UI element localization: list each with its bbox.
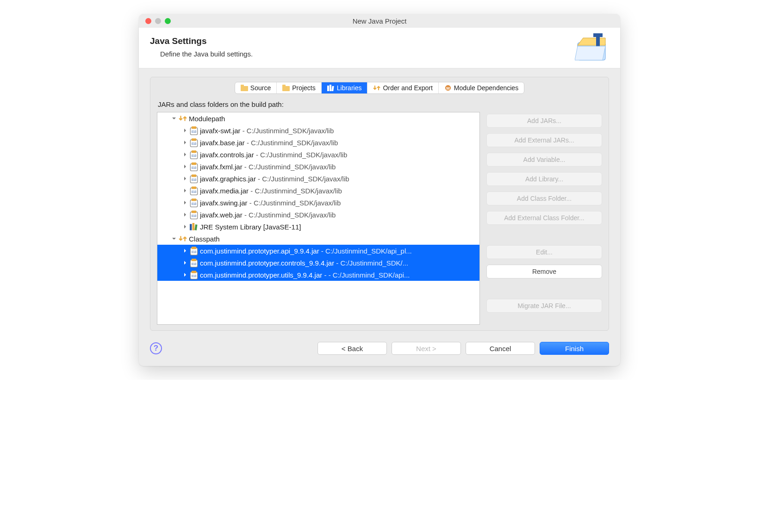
tree-group-modulepath[interactable]: Modulepath [157, 112, 479, 124]
jar-icon: 010 [190, 151, 198, 158]
content-area: Source Projects Libraries [139, 68, 620, 333]
tree-item-jar[interactable]: 010 javafx.web.jar - C:/Justinmind_SDK/j… [157, 209, 479, 221]
side-button-column: Add JARs... Add External JARs... Add Var… [486, 112, 602, 325]
add-variable-button[interactable]: Add Variable... [486, 153, 602, 167]
cancel-button[interactable]: Cancel [466, 342, 535, 355]
wizard-footer: ? < Back Next > Cancel Finish [139, 333, 620, 366]
jar-icon: 010 [190, 211, 198, 218]
tree-item-jar[interactable]: 010 com.justinmind.prototyper.api_9.9.4.… [157, 245, 479, 257]
finish-button[interactable]: Finish [540, 342, 609, 355]
edit-button[interactable]: Edit... [486, 245, 602, 259]
chevron-right-icon[interactable] [182, 152, 188, 157]
help-icon[interactable]: ? [150, 342, 162, 354]
chevron-right-icon[interactable] [182, 176, 188, 181]
tree-item-jar[interactable]: 010 javafx.base.jar - C:/Justinmind_SDK/… [157, 136, 479, 148]
remove-button[interactable]: Remove [486, 265, 602, 278]
svg-rect-38 [194, 224, 197, 230]
chevron-right-icon[interactable] [182, 128, 188, 133]
svg-text:010: 010 [192, 274, 197, 278]
jar-icon: 010 [190, 127, 198, 134]
svg-rect-9 [331, 86, 334, 91]
tab-projects[interactable]: Projects [277, 82, 322, 93]
jar-icon: 010 [190, 187, 198, 194]
svg-rect-3 [241, 86, 248, 91]
svg-text:010: 010 [192, 202, 197, 205]
tree-item-jar[interactable]: 010 com.justinmind.prototyper.utils_9.9.… [157, 269, 479, 281]
add-class-folder-button[interactable]: Add Class Folder... [486, 192, 602, 205]
chevron-right-icon[interactable] [182, 260, 188, 266]
svg-rect-31 [192, 198, 196, 201]
tab-bar: Source Projects Libraries [150, 77, 609, 94]
svg-rect-4 [241, 85, 244, 87]
chevron-down-icon[interactable] [171, 236, 177, 241]
chevron-right-icon[interactable] [182, 140, 188, 145]
migrate-jar-button[interactable]: Migrate JAR File... [486, 299, 602, 313]
jar-icon: 010 [190, 139, 198, 146]
tab-source[interactable]: Source [235, 82, 277, 93]
library-books-icon [190, 223, 198, 230]
svg-text:010: 010 [192, 142, 197, 145]
chevron-right-icon[interactable] [182, 224, 188, 229]
inner-panel: Source Projects Libraries [150, 77, 609, 331]
svg-rect-34 [192, 210, 196, 213]
module-icon: M [444, 85, 452, 91]
tab-module-dependencies[interactable]: M Module Dependencies [439, 82, 524, 93]
jar-icon: 010 [190, 271, 198, 278]
add-external-jars-button[interactable]: Add External JARs... [486, 133, 602, 147]
jar-icon: 010 [190, 163, 198, 170]
libraries-icon [327, 85, 335, 91]
add-external-class-folder-button[interactable]: Add External Class Folder... [486, 211, 602, 225]
chevron-right-icon[interactable] [182, 272, 188, 278]
svg-rect-7 [327, 86, 329, 91]
modulepath-icon [179, 115, 187, 122]
tab-libraries[interactable]: Libraries [322, 82, 368, 93]
svg-text:010: 010 [192, 130, 197, 133]
dialog-window: New Java Project Java Settings Define th… [139, 14, 620, 366]
svg-text:010: 010 [192, 166, 197, 169]
add-jars-button[interactable]: Add JARs... [486, 114, 602, 128]
back-button[interactable]: < Back [317, 342, 387, 355]
next-button[interactable]: Next > [392, 342, 461, 355]
svg-rect-43 [192, 259, 196, 261]
libraries-label: JARs and class folders on the build path… [150, 94, 609, 112]
tree-item-jar[interactable]: 010 javafx.controls.jar - C:/Justinmind_… [157, 148, 479, 161]
svg-text:010: 010 [192, 178, 197, 181]
order-export-icon [373, 85, 380, 91]
svg-rect-46 [192, 271, 196, 273]
tree-item-jar[interactable]: 010 com.justinmind.prototyper.controls_9… [157, 257, 479, 269]
tree-group-classpath[interactable]: Classpath [157, 233, 479, 245]
wizard-folder-icon [575, 32, 611, 65]
tree-item-jar[interactable]: 010 javafx.swing.jar - C:/Justinmind_SDK… [157, 197, 479, 209]
tree-item-jre[interactable]: JRE System Library [JavaSE-11] [157, 221, 479, 233]
jar-icon: 010 [190, 259, 198, 266]
classpath-icon [179, 235, 187, 242]
svg-rect-22 [192, 162, 196, 165]
source-folder-icon [241, 85, 248, 91]
jar-icon: 010 [190, 175, 198, 182]
tab-order-export[interactable]: Order and Export [367, 82, 438, 93]
svg-text:010: 010 [192, 214, 197, 217]
chevron-right-icon[interactable] [182, 164, 188, 169]
chevron-right-icon[interactable] [182, 212, 188, 217]
svg-rect-28 [192, 186, 196, 189]
chevron-right-icon[interactable] [182, 248, 188, 254]
svg-text:010: 010 [192, 262, 197, 266]
chevron-down-icon[interactable] [171, 116, 177, 121]
tree-item-jar[interactable]: 010 javafx-swt.jar - C:/Justinmind_SDK/j… [157, 124, 479, 136]
svg-rect-19 [192, 150, 196, 153]
build-path-tree[interactable]: Modulepath 010 javafx-swt.jar - C:/Justi… [157, 112, 480, 325]
svg-rect-13 [192, 126, 196, 129]
svg-rect-25 [192, 174, 196, 177]
chevron-right-icon[interactable] [182, 200, 188, 205]
add-library-button[interactable]: Add Library... [486, 172, 602, 186]
titlebar: New Java Project [139, 14, 620, 28]
tree-item-jar[interactable]: 010 javafx.graphics.jar - C:/Justinmind_… [157, 173, 479, 185]
page-subtitle: Define the Java build settings. [160, 50, 253, 58]
svg-rect-40 [192, 247, 196, 249]
tree-item-jar[interactable]: 010 javafx.media.jar - C:/Justinmind_SDK… [157, 185, 479, 197]
svg-rect-8 [330, 85, 331, 91]
tree-item-jar[interactable]: 010 javafx.fxml.jar - C:/Justinmind_SDK/… [157, 161, 479, 173]
svg-rect-2 [593, 33, 603, 37]
svg-rect-6 [282, 85, 286, 87]
chevron-right-icon[interactable] [182, 188, 188, 193]
